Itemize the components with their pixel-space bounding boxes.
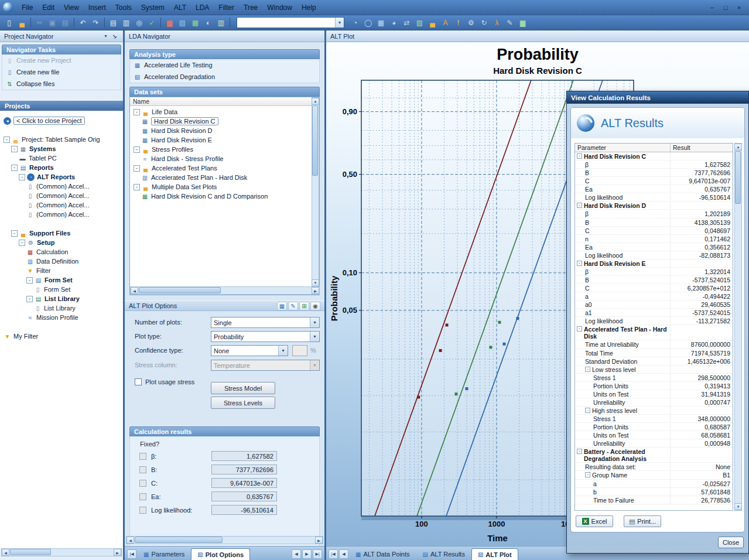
dataset-item[interactable]: -▄Life Data <box>130 107 312 117</box>
scroll-left-icon[interactable] <box>131 287 138 294</box>
tree-item[interactable]: ▯(Common) Accel... <box>0 210 123 219</box>
scroll-left-icon[interactable] <box>126 537 134 544</box>
search-icon[interactable]: ◎ <box>133 17 145 29</box>
result-row[interactable]: C6,230857e+012 <box>575 284 733 292</box>
dataset-item[interactable]: ▦Hard Disk Revision C <box>130 117 312 126</box>
dataset-item[interactable]: ▦Hard Disk Revision C and D Comparison <box>130 192 312 201</box>
prev-tab-icon[interactable]: ◀ <box>339 549 348 559</box>
result-row[interactable]: Log likelihood-96,510614 <box>575 193 733 202</box>
tree-item[interactable]: ▯Form Set <box>0 285 123 294</box>
create-new-file[interactable]: ▯Create new file <box>2 66 121 78</box>
result-group-row[interactable]: -Battery - Accelerated Degradation Analy… <box>575 448 733 463</box>
result-group-row[interactable]: -Hard Disk Revision D <box>575 202 733 210</box>
tree-item[interactable]: ▯List Library <box>0 303 123 313</box>
close-button[interactable]: × <box>734 3 744 12</box>
result-row[interactable]: -Low stress level <box>575 366 733 374</box>
result-row[interactable]: Unreliability0,000747 <box>575 398 733 407</box>
result-row[interactable]: C0,048697 <box>575 227 733 235</box>
menu-view[interactable]: View <box>59 1 84 14</box>
expander-icon[interactable]: - <box>577 326 582 332</box>
scrollbar-track[interactable] <box>134 537 315 544</box>
open-file-icon[interactable]: ▄ <box>16 17 28 29</box>
dropdown-arrow-icon[interactable] <box>335 18 344 28</box>
excel-button[interactable]: Excel <box>576 515 613 527</box>
tree-item[interactable]: ▯(Common) Accel... <box>0 191 123 200</box>
scrollbar-thumb[interactable] <box>735 151 741 204</box>
scrollbar-track[interactable] <box>735 151 741 503</box>
tab-alt-plot[interactable]: ▧ALT Plot <box>471 548 518 560</box>
tree-item[interactable]: ▼My Filter <box>0 332 123 341</box>
dataset-item[interactable]: -▄Stress Profiles <box>130 145 312 154</box>
cut-icon[interactable]: ✂ <box>33 17 46 29</box>
result-row[interactable]: Unreliability0,000948 <box>575 439 733 448</box>
paste-icon[interactable]: ▤ <box>59 17 71 29</box>
stress-levels-button[interactable]: Stress Levels <box>211 397 275 409</box>
pause-icon[interactable]: ◐ <box>202 17 214 29</box>
tree-item[interactable]: -▄Project: Tablet Sample Orig <box>0 135 123 144</box>
edit-plot-icon[interactable]: ✎ <box>288 302 298 310</box>
prev-tab-icon[interactable]: ◀ <box>292 549 301 559</box>
horizontal-scrollbar[interactable] <box>1 548 122 556</box>
tree-item[interactable]: ▬Tablet PC <box>0 153 123 163</box>
create-new-project[interactable]: ▯Create new Project <box>2 54 121 66</box>
scroll-down-icon[interactable] <box>734 503 742 510</box>
run-icon[interactable]: ◔ <box>349 17 361 29</box>
result-row[interactable]: β1,322014 <box>575 268 733 276</box>
dropdown-arrow-icon[interactable] <box>310 317 319 327</box>
folder-view-icon[interactable]: ▄ <box>426 17 439 29</box>
last-tab-icon[interactable]: ▶| <box>313 549 322 559</box>
expander-icon[interactable]: - <box>577 203 582 208</box>
alert-icon[interactable]: ! <box>452 17 464 29</box>
tree-item[interactable]: -▤Form Set <box>0 275 123 285</box>
result-row[interactable]: Stress 1298,500000 <box>575 374 733 382</box>
image-icon[interactable]: ▨ <box>413 17 426 29</box>
tree-item[interactable]: ≈Mission Profile <box>0 313 123 322</box>
fixed-checkbox[interactable] <box>139 480 146 487</box>
chart-wizard-icon[interactable]: ▆ <box>163 17 176 29</box>
lambda-icon[interactable]: λ <box>491 17 503 29</box>
fixed-checkbox[interactable] <box>139 493 146 500</box>
data-sheet-icon[interactable]: ▦ <box>375 17 387 29</box>
vertical-scrollbar[interactable] <box>312 97 319 287</box>
tree-item[interactable]: -▦Systems <box>0 144 123 153</box>
add-plot-icon[interactable]: ⊞ <box>299 302 309 310</box>
dropdown-arrow-icon[interactable] <box>278 346 288 356</box>
clock-icon[interactable]: ◕ <box>388 17 400 29</box>
tab-alt-results[interactable]: ▤ALT Results <box>416 548 471 560</box>
result-row[interactable]: Time at Unreliability87600,000000 <box>575 340 733 349</box>
result-row[interactable]: n0,171462 <box>575 235 733 243</box>
tree-item[interactable]: -▤List Library <box>0 294 123 303</box>
tab-plot-options[interactable]: ▧Plot Options <box>191 548 250 560</box>
dataset-item[interactable]: ▦Hard Disk Revision D <box>130 126 312 135</box>
dataset-item[interactable]: -▄Accelerated Test Plans <box>130 163 312 173</box>
first-tab-icon[interactable]: |◀ <box>329 549 338 559</box>
menu-tools[interactable]: Tools <box>111 1 136 14</box>
sort-ascending-icon[interactable]: A <box>439 17 452 29</box>
expander-icon[interactable]: - <box>19 240 25 246</box>
menu-help[interactable]: Help <box>297 1 321 14</box>
result-group-row[interactable]: -Accelerated Test Plan - Hard Disk <box>575 325 733 340</box>
fixed-checkbox[interactable] <box>139 453 146 460</box>
scroll-right-icon[interactable] <box>315 537 323 544</box>
scroll-right-icon[interactable] <box>114 549 121 556</box>
collapse-files[interactable]: ⇅Collapse files <box>2 78 121 90</box>
menu-edit[interactable]: Edit <box>37 1 59 14</box>
expander-icon[interactable]: - <box>585 472 590 477</box>
undo-icon[interactable]: ↶ <box>77 17 89 29</box>
connect-icon[interactable]: ⇄ <box>401 17 413 29</box>
expander-icon[interactable]: - <box>577 153 582 159</box>
snapshot-icon[interactable]: ◉ <box>310 302 320 310</box>
pin-icon[interactable]: T <box>108 30 121 42</box>
expander-icon[interactable]: - <box>577 449 582 454</box>
print-icon[interactable]: ▤ <box>107 17 119 29</box>
redo-icon[interactable]: ↷ <box>90 17 102 29</box>
scroll-left-icon[interactable] <box>2 549 9 556</box>
expander-icon[interactable]: - <box>11 165 18 171</box>
result-row[interactable]: Time to Failure26,778536 <box>575 496 733 504</box>
print-button[interactable]: Print... <box>624 515 661 527</box>
tab-parameters[interactable]: ▦Parameters <box>137 548 191 560</box>
next-tab-icon[interactable]: ▶ <box>302 549 312 559</box>
tree-item[interactable]: ◄< Click to close Project <box>0 116 123 125</box>
menu-tree[interactable]: Tree <box>239 1 262 14</box>
result-group-row[interactable]: -Hard Disk Revision E <box>575 259 733 268</box>
